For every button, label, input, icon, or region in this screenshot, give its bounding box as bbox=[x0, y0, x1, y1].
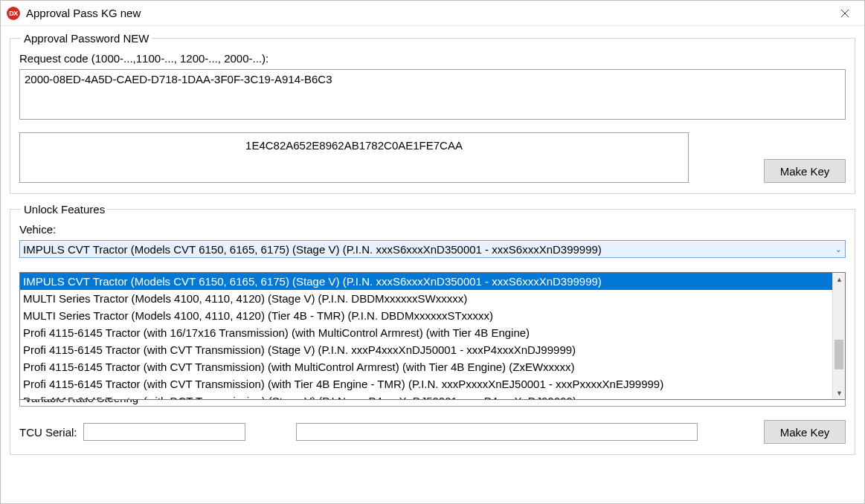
tcu-serial-label: TCU Serial: bbox=[19, 426, 77, 439]
close-icon bbox=[840, 9, 849, 18]
scroll-thumb[interactable] bbox=[835, 340, 843, 369]
vehicle-option[interactable]: MULTI Series Tractor (Models 4100, 4110,… bbox=[20, 307, 832, 324]
window-title: Approval Pass KG new bbox=[26, 7, 830, 19]
group-unlock-title: Unlock Features bbox=[21, 203, 108, 216]
dropdown-scrollbar[interactable]: ▲ ▼ bbox=[832, 273, 845, 399]
vehicle-dropdown-list[interactable]: IMPULS CVT Tractor (Models CVT 6150, 616… bbox=[19, 272, 846, 400]
vehicle-option[interactable]: Profi 4115-6145 Tractor (with CVT Transm… bbox=[20, 341, 832, 358]
group-approval-title: Approval Password NEW bbox=[21, 32, 152, 45]
group-unlock-features: Unlock Features Vehice: ⌄ IMPULS CVT Tra… bbox=[10, 203, 855, 455]
vehicle-option[interactable]: Profi 4115-6145 Tractor (with DCT Transm… bbox=[20, 392, 832, 399]
scroll-down-icon[interactable]: ▼ bbox=[833, 387, 846, 399]
client-area: Approval Password NEW Request code (1000… bbox=[1, 26, 864, 503]
app-icon: DX bbox=[7, 7, 20, 20]
vehicle-option[interactable]: MULTI Series Tractor (Models 4100, 4110,… bbox=[20, 290, 832, 307]
make-key-button-unlock[interactable]: Make Key bbox=[764, 420, 846, 444]
vehicle-option[interactable]: Profi 4115-6145 Tractor (with 16/17x16 T… bbox=[20, 324, 832, 341]
vehicle-option[interactable]: IMPULS CVT Tractor (Models CVT 6150, 616… bbox=[20, 273, 832, 290]
make-key-button[interactable]: Make Key bbox=[764, 159, 846, 183]
request-code-label: Request code (1000-...,1100-..., 1200-..… bbox=[19, 52, 846, 65]
titlebar: DX Approval Pass KG new bbox=[1, 1, 864, 26]
vehicle-label: Vehice: bbox=[19, 223, 846, 236]
vehicle-combobox[interactable] bbox=[19, 240, 846, 258]
request-code-input[interactable] bbox=[19, 69, 846, 120]
close-button[interactable] bbox=[830, 3, 860, 24]
key-output: 1E4C82A652E8962AB1782C0AE1FE7CAA bbox=[19, 132, 689, 183]
key-output-text: 1E4C82A652E8962AB1782C0AE1FE7CAA bbox=[245, 139, 463, 152]
group-approval-password: Approval Password NEW Request code (1000… bbox=[10, 32, 855, 194]
vehicle-option[interactable]: Profi 4115-6145 Tractor (with CVT Transm… bbox=[20, 358, 832, 375]
vehicle-option[interactable]: Profi 4115-6145 Tractor (with CVT Transm… bbox=[20, 375, 832, 392]
scroll-up-icon[interactable]: ▲ bbox=[833, 273, 846, 285]
tcu-output[interactable] bbox=[296, 423, 698, 441]
tcu-serial-input[interactable] bbox=[83, 423, 245, 441]
window-root: DX Approval Pass KG new Approval Passwor… bbox=[0, 0, 865, 504]
